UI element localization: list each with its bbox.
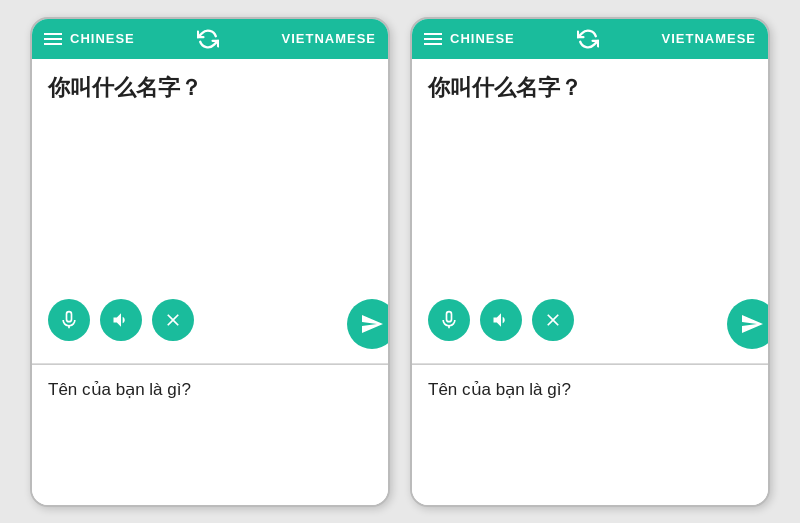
header-right: VIETNAMESE bbox=[661, 31, 756, 46]
header-bar: CHINESE VIETNAMESE bbox=[32, 19, 388, 59]
target-language-label: VIETNAMESE bbox=[281, 31, 376, 46]
speaker-button[interactable] bbox=[100, 299, 142, 341]
target-panel: Tên của bạn là gì? bbox=[32, 365, 388, 505]
source-language-label: CHINESE bbox=[70, 31, 135, 46]
source-panel: 你叫什么名字？ bbox=[32, 59, 388, 364]
close-button[interactable] bbox=[152, 299, 194, 341]
target-text: Tên của bạn là gì? bbox=[428, 379, 752, 400]
controls-row bbox=[48, 299, 372, 349]
controls-row bbox=[428, 299, 752, 349]
header-left: CHINESE bbox=[44, 31, 135, 46]
target-panel: Tên của bạn là gì? bbox=[412, 365, 768, 505]
speaker-button[interactable] bbox=[480, 299, 522, 341]
close-button[interactable] bbox=[532, 299, 574, 341]
target-language-label: VIETNAMESE bbox=[661, 31, 756, 46]
source-text: 你叫什么名字？ bbox=[428, 73, 752, 103]
send-button[interactable] bbox=[727, 299, 770, 349]
header-left: CHINESE bbox=[424, 31, 515, 46]
source-text: 你叫什么名字？ bbox=[48, 73, 372, 103]
menu-icon[interactable] bbox=[424, 33, 442, 45]
send-button[interactable] bbox=[347, 299, 390, 349]
source-language-label: CHINESE bbox=[450, 31, 515, 46]
swap-icon[interactable] bbox=[577, 28, 599, 50]
phone-right: CHINESE VIETNAMESE 你叫什么名字？ bbox=[410, 17, 770, 507]
menu-icon[interactable] bbox=[44, 33, 62, 45]
header-bar: CHINESE VIETNAMESE bbox=[412, 19, 768, 59]
target-text: Tên của bạn là gì? bbox=[48, 379, 372, 400]
source-panel: 你叫什么名字？ bbox=[412, 59, 768, 364]
microphone-button[interactable] bbox=[428, 299, 470, 341]
header-right: VIETNAMESE bbox=[281, 31, 376, 46]
swap-icon[interactable] bbox=[197, 28, 219, 50]
phone-left: CHINESE VIETNAMESE 你叫什么名字？ bbox=[30, 17, 390, 507]
microphone-button[interactable] bbox=[48, 299, 90, 341]
